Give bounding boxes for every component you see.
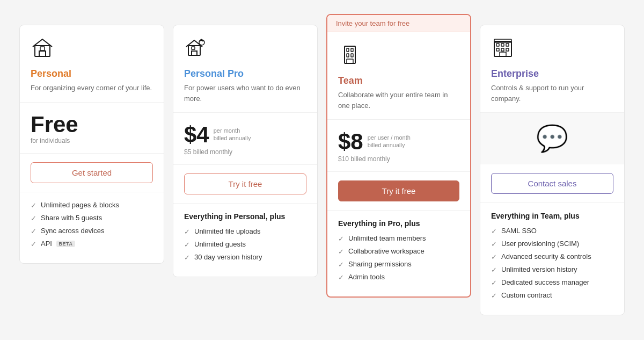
plan-price-personal: Free for individuals [20,103,164,154]
svg-rect-9 [351,54,353,57]
svg-rect-7 [351,48,353,52]
check-icon: ✓ [184,228,190,236]
svg-rect-14 [506,44,509,46]
feature-enterprise-3: ✓ Unlimited version history [491,265,613,274]
svg-rect-13 [501,44,504,46]
price-main-team: $8 per user / month billed annually [338,131,459,153]
price-period1-team: per user / month [368,134,411,141]
check-icon: ✓ [491,266,497,274]
plan-top-enterprise: Enterprise Controls & support to run you… [480,25,624,113]
price-main-personal-pro: $4 per month billed annually [184,124,306,146]
feature-pro-0: ✓ Unlimited file uploads [184,227,306,236]
plan-price-personal-pro: $4 per month billed annually $5 billed m… [173,113,317,165]
features-title-personal-pro: Everything in Personal, plus [184,212,306,221]
plan-top-personal-pro: Personal Pro For power users who want to… [173,25,317,113]
plan-card-personal-pro: Personal Pro For power users who want to… [173,25,318,277]
features-title-team: Everything in Pro, plus [338,219,459,228]
feature-enterprise-1: ✓ User provisioning (SCIM) [491,240,613,248]
plan-features-team: Everything in Pro, plus ✓ Unlimited team… [327,211,470,296]
feature-personal-2: ✓ Sync across devices [31,227,153,235]
check-icon: ✓ [338,235,344,243]
feature-pro-2: ✓ 30 day version history [184,253,306,262]
plan-cta-personal: Get started [20,154,164,192]
plan-features-enterprise: Everything in Team, plus ✓ SAML SSO ✓ Us… [480,203,624,315]
plan-cta-team: Try it free [327,172,470,211]
check-icon: ✓ [338,248,344,256]
cta-button-personal-pro[interactable]: Try it free [184,173,306,194]
feature-pro-1: ✓ Unlimited guests [184,240,306,249]
plan-desc-personal: For organizing every corner of your life… [31,83,153,93]
feature-enterprise-4: ✓ Dedicated success manager [491,278,613,287]
svg-rect-15 [496,48,499,51]
check-icon: ✓ [338,261,344,269]
price-period2-team: billed annually [368,141,411,149]
team-icon [338,43,459,70]
plan-desc-personal-pro: For power users who want to do even more… [184,83,306,104]
price-sub-personal: for individuals [31,137,153,144]
price-period1-personal-pro: per month [214,127,251,134]
svg-rect-5 [345,46,355,63]
plan-name-enterprise: Enterprise [491,68,613,79]
feature-enterprise-2: ✓ Advanced security & controls [491,252,613,261]
feature-team-0: ✓ Unlimited team members [338,234,459,243]
svg-rect-6 [347,48,349,52]
plan-card-personal: Personal For organizing every corner of … [19,25,164,264]
check-icon: ✓ [184,241,190,249]
plan-desc-team: Collaborate with your entire team in one… [338,90,459,111]
feature-enterprise-5: ✓ Custom contract [491,291,613,300]
check-icon: ✓ [491,279,497,287]
feature-team-1: ✓ Collaborative workspace [338,247,459,256]
feature-personal-3: ✓ API BETA [31,240,153,248]
personal-pro-icon [184,36,306,63]
enterprise-chat-icon: 💬 [536,124,568,154]
check-icon: ✓ [31,240,36,248]
svg-rect-1 [40,47,45,50]
plan-price-team: $8 per user / month billed annually $10 … [327,120,470,172]
check-icon: ✓ [491,240,497,248]
svg-rect-10 [347,59,353,63]
check-icon: ✓ [491,227,497,235]
price-amount-personal: Free [31,113,153,136]
feature-personal-0: ✓ Unlimited pages & blocks [31,201,153,209]
price-amount-team: $8 [338,131,363,153]
personal-icon [31,36,153,63]
cta-button-team[interactable]: Try it free [338,180,459,201]
svg-rect-16 [501,48,504,51]
check-icon: ✓ [31,201,36,209]
price-period2-personal-pro: billed annually [214,134,251,142]
check-icon: ✓ [491,253,497,261]
invite-banner-team: Invite your team for free [327,15,470,32]
cta-button-personal[interactable]: Get started [31,162,153,183]
svg-rect-12 [496,44,499,46]
check-icon: ✓ [31,214,36,222]
pricing-container: Personal For organizing every corner of … [9,3,635,337]
feature-team-2: ✓ Sharing permissions [338,260,459,269]
price-amount-personal-pro: $4 [184,124,209,146]
feature-team-3: ✓ Admin tools [338,273,459,281]
price-secondary-personal-pro: $5 billed monthly [184,148,306,156]
svg-rect-17 [506,48,509,51]
plan-desc-enterprise: Controls & support to run your company. [491,83,613,104]
plan-top-team: Team Collaborate with your entire team i… [327,32,470,120]
beta-badge: BETA [56,241,76,247]
plan-name-team: Team [338,75,459,86]
svg-rect-18 [500,52,506,56]
plan-cta-enterprise: Contact sales [480,164,624,203]
enterprise-icon [491,36,613,63]
plan-top-personal: Personal For organizing every corner of … [20,25,164,103]
plan-features-personal: ✓ Unlimited pages & blocks ✓ Share with … [20,192,164,263]
check-icon: ✓ [184,254,190,262]
plan-card-enterprise: Enterprise Controls & support to run you… [480,25,625,315]
price-details-team: per user / month billed annually [368,131,411,149]
check-icon: ✓ [31,227,36,235]
plan-features-personal-pro: Everything in Personal, plus ✓ Unlimited… [173,204,317,277]
enterprise-chat-section: 💬 [480,113,624,164]
cta-button-enterprise[interactable]: Contact sales [491,173,613,194]
check-icon: ✓ [491,292,497,300]
feature-enterprise-0: ✓ SAML SSO [491,227,613,235]
plan-name-personal-pro: Personal Pro [184,68,306,79]
feature-personal-1: ✓ Share with 5 guests [31,214,153,222]
plan-cta-personal-pro: Try it free [173,165,317,204]
check-icon: ✓ [338,273,344,281]
svg-rect-3 [192,47,195,49]
